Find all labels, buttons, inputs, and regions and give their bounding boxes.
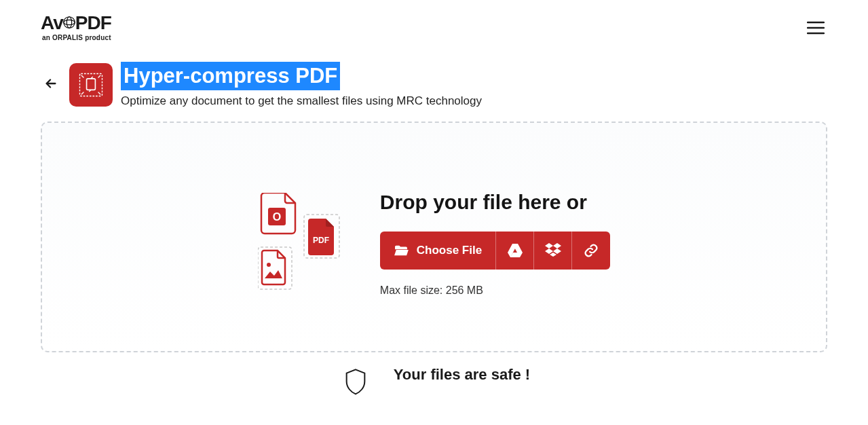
dropbox-icon (544, 243, 562, 258)
link-icon (584, 243, 599, 258)
safe-title: Your files are safe ! (394, 366, 530, 384)
logo-text-post: PDF (75, 14, 111, 33)
page-title: Hyper-compress PDF (121, 62, 340, 90)
max-file-size: Max file size: 256 MB (380, 284, 610, 297)
logo-text-pre: Av (41, 14, 63, 33)
url-button[interactable] (572, 232, 610, 270)
page-subtitle: Optimize any document to get the smalles… (121, 94, 482, 108)
svg-text:PDF: PDF (313, 236, 329, 245)
menu-button[interactable] (804, 18, 827, 37)
logo[interactable]: Av PDF an ORPALIS product (41, 14, 111, 41)
shield-icon (338, 369, 373, 399)
back-button[interactable] (41, 73, 61, 96)
file-types-illustration: O PDF (258, 193, 346, 295)
choose-file-button[interactable]: Choose File (380, 232, 496, 270)
svg-point-13 (267, 263, 271, 267)
folder-open-icon (394, 244, 409, 257)
svg-text:O: O (273, 211, 281, 223)
logo-subtitle: an ORPALIS product (41, 34, 111, 41)
svg-rect-7 (87, 79, 96, 90)
dropzone[interactable]: O PDF (41, 122, 827, 352)
compress-icon (76, 70, 106, 100)
svg-point-2 (67, 17, 71, 29)
svg-point-0 (64, 17, 75, 29)
tool-icon (69, 63, 113, 107)
svg-point-1 (64, 20, 75, 24)
logo-swirl-icon (62, 14, 77, 29)
google-drive-icon (507, 243, 523, 258)
svg-rect-12 (258, 247, 292, 289)
drop-heading: Drop your file here or (380, 191, 610, 214)
arrow-left-icon (43, 76, 58, 91)
google-drive-button[interactable] (496, 232, 534, 270)
hamburger-icon (807, 21, 825, 35)
dropbox-button[interactable] (534, 232, 572, 270)
choose-file-label: Choose File (417, 244, 482, 257)
